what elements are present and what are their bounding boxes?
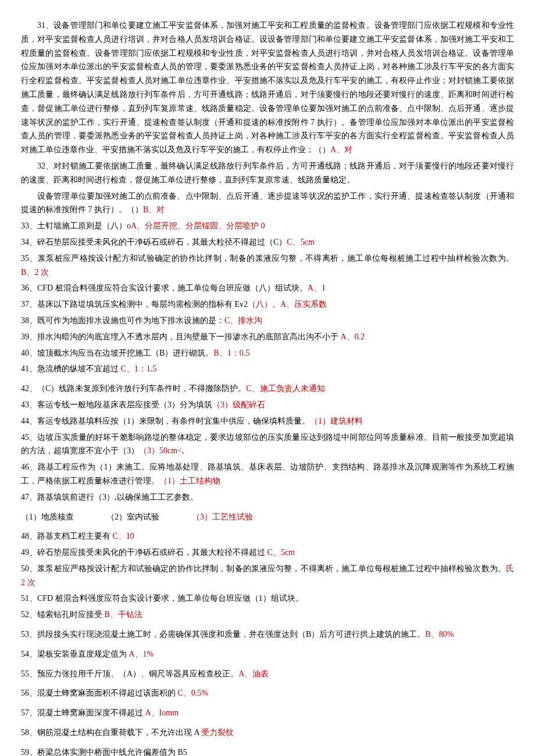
question-35: 35、浆泵桩应严格按设计配方和试验确定的协作比拌制，制备的浆液应匀整，不得离析，… xyxy=(21,252,514,280)
question-32-p1: 32、对封锁施工要依据施工质量，最终确认满足线路放行列车条件后，方可开通线路；线… xyxy=(21,159,514,187)
question-45: 45、边坡压实质量的好坏干脆影响路堤的整体稳定，要求边坡部位的压实质量应达到路堤… xyxy=(21,431,514,458)
question-33: 33、土钉墙施工原则是（八）oA、分层开挖、分层锚固、分层喷护 0 xyxy=(21,219,514,233)
q31-text: 31、设备管理部门和单位要建立施工平安监督体系，加强对施工平安和工程质量的监督检… xyxy=(21,21,514,154)
question-54: 54、梁板安装垂直度规定值为 A、1% xyxy=(21,647,514,661)
q36-answer: A、1 xyxy=(308,284,326,292)
q49-text: 49、碎石垫层应接受未风化的干净砾石或碎石，其最大粒径不得超过 xyxy=(21,548,265,557)
question-40: 40、坡顶截水沟应当在边坡开挖施工（B）进行砌筑。B、1：0.5 xyxy=(21,346,514,360)
question-58: 58、钢筋混凝土结构在自重荷载下，不允许出现 A 受力裂纹 xyxy=(21,726,514,740)
q58-answer: 受力裂纹 xyxy=(199,728,234,737)
q36-text: 36、CFD 桩混合料强度应符合实设计要求，施工单位每台班应做（八）组试块。 xyxy=(21,284,308,292)
q31-answer: A、对 xyxy=(330,145,352,154)
q53-answer: B、80% xyxy=(425,630,454,639)
question-47: 47、路基填筑前进行（3）,以确保施工工艺参数。 xyxy=(21,490,514,504)
q41-answer: C、1：1.5 xyxy=(119,364,156,373)
q42-answer: C、施工负责人未通知 xyxy=(246,384,324,393)
q55-answer: A、油表 xyxy=(238,669,269,678)
q32-p2-text: 设备管理单位要加强对施工的点前准备、点中限制、点后开通、逐步提速等状况的监护工作… xyxy=(21,192,514,214)
q52-answer: B、干钻法 xyxy=(102,610,142,619)
q46-answer: （1）土工结构物 xyxy=(159,476,220,485)
q38-answer: C、排水沟 xyxy=(224,316,262,325)
question-57: 57、混凝土蜂窝麻面深度不得超过 A、Iomm xyxy=(21,706,514,720)
q56-text: 56、混凝土蜂窝麻面面积不得超过该面积的 xyxy=(21,689,176,697)
question-36: 36、CFD 桩混合料强度应符合实设计要求，施工单位每台班应做（八）组试块。A、… xyxy=(21,281,514,295)
q45-answer: （3）50cm<, xyxy=(139,446,184,455)
q54-answer: A、1% xyxy=(127,650,154,658)
q38-text: 38、既可作为地面排水设施也可作为地下排水设施的是： xyxy=(21,316,224,325)
question-39: 39、排水沟暗沟的沟底宜埋入不透水层内，且沟壁最下一排渗水孔的底部宜高出沟不小于… xyxy=(21,330,514,344)
q48-answer: C、10 xyxy=(110,532,134,540)
q34-answer: C、5cm xyxy=(287,238,314,246)
q47-opt1: （1）地质核查 xyxy=(21,513,74,521)
q49-answer: C、5cm xyxy=(265,548,295,557)
q39-answer: A、0.2 xyxy=(338,332,365,341)
question-52: 52、锚索钻孔时应接受 B、干钻法 xyxy=(21,608,514,622)
q39-text: 39、排水沟暗沟的沟底宜埋入不透水层内，且沟壁最下一排渗水孔的底部宜高出沟不小于 xyxy=(21,332,338,341)
q42-text: 42、（C）线路未复原到准许放行列车条件时，不得撤除防护。 xyxy=(21,384,246,393)
q53-text: 53、拱段接头实行现浇混凝土施工时，必需确保其强度和质量，并在强度达到（B）后方… xyxy=(21,630,425,639)
question-50: 50、浆泵桩应严格按设计配方和试验确定的协作比拌制，制备的浆液应匀整，不得离析，… xyxy=(21,562,514,590)
q35-text: 35、浆泵桩应严格按设计配方和试验确定的协作比拌制，制备的浆液应匀整，不得离析，… xyxy=(21,254,514,263)
question-55: 55、预应力张拉用千斤顶、（A）、铜尺等器具应检查校正。A、油表 xyxy=(21,667,514,681)
question-42: 42、（C）线路未复原到准许放行列车条件时，不得撤除防护。C、施工负责人未通知 xyxy=(21,382,514,396)
question-56: 56、混凝土蜂窝麻面面积不得超过该面积的 C、0.5% xyxy=(21,686,514,700)
q40-text: 40、坡顶截水沟应当在边坡开挖施工（B）进行砌筑。 xyxy=(21,349,213,357)
question-43: 43、客运专线一般地段基床表层应接受（3）分为填筑（3）级配碎石 xyxy=(21,398,514,412)
q45-text: 45、边坡压实质量的好坏干脆影响路堤的整体稳定，要求边坡部位的压实质量应达到路堤… xyxy=(21,433,514,456)
q44-answer: （1）建筑材料 xyxy=(310,417,363,425)
question-34: 34、碎石垫层应接受未风化的干净砾石或碎石，其最大粒径不得超过（C）C、5cm xyxy=(21,235,514,249)
q54-text: 54、梁板安装垂直度规定值为 xyxy=(21,650,127,658)
q33-text: 33、土钉墙施工原则是（八）o xyxy=(21,221,131,230)
question-47-options: （1）地质核查（2）室内试验（3）工艺性试验 xyxy=(21,510,514,524)
q46-text: 46、路基工程应作为（1）来施工。应将地基处理、路基填筑、基床表层、边坡防护、支… xyxy=(21,463,514,485)
q58-text: 58、钢筋混凝土结构在自重荷载下，不允许出现 A xyxy=(21,728,199,737)
q34-text: 34、碎石垫层应接受未风化的干净砾石或碎石，其最大粒径不得超过（C） xyxy=(21,238,287,246)
q43-answer: （3）级配碎石 xyxy=(212,400,265,409)
question-53: 53、拱段接头实行现浇混凝土施工时，必需确保其强度和质量，并在强度达到（B）后方… xyxy=(21,628,514,642)
question-41: 41、急流槽的纵坡不宜超过 C、1：1.5 xyxy=(21,362,514,376)
q55-text: 55、预应力张拉用千斤顶、（A）、铜尺等器具应检查校正。 xyxy=(21,669,238,678)
question-51: 51、CFD 桩混合料强度应符合实设计要求，施工单位每台班应做（1）组试块。 xyxy=(21,592,514,605)
q35-answer: B、2 次 xyxy=(21,268,49,277)
question-49: 49、碎石垫层应接受未风化的干净砾石或碎石，其最大粒径不得超过 C、5cm xyxy=(21,546,514,560)
question-59: 59、桥梁总体实测中桥面中线允许偏差值为 B5 xyxy=(21,746,514,756)
q33-answer: A、分层开挖、分层锚固、分层喷护 0 xyxy=(131,221,265,230)
q47-opt3: （3）工艺性试验 xyxy=(192,513,253,521)
q57-answer: A、Iomm xyxy=(143,708,179,717)
q37-text: 37、基床以下路堤填筑压实检测中，每层均需检测的指标有 Ev2 xyxy=(21,300,248,309)
question-44: 44、客运专线路基填料应按（1）来限制，有条件时宜集中供应，确保填料质量。（1）… xyxy=(21,414,514,428)
q44-text: 44、客运专线路基填料应按（1）来限制，有条件时宜集中供应，确保填料质量。 xyxy=(21,417,310,425)
q40-answer: B、1：0.5 xyxy=(213,349,249,357)
q57-text: 57、混凝土蜂窝麻面深度不得超过 xyxy=(21,708,143,717)
q47-opt2: （2）室内试验 xyxy=(106,513,159,521)
question-38: 38、既可作为地面排水设施也可作为地下排水设施的是：C、排水沟 xyxy=(21,314,514,328)
q56-answer: C、0.5% xyxy=(176,689,208,697)
q32-answer: B、对 xyxy=(143,205,165,214)
question-32-p2: 设备管理单位要加强对施工的点前准备、点中限制、点后开通、逐步提速等状况的监护工作… xyxy=(21,189,514,217)
q48-text: 48、路基支档工程主要有 xyxy=(21,532,110,540)
question-37: 37、基床以下路堤填筑压实检测中，每层均需检测的指标有 Ev2（八）。A、压实系… xyxy=(21,298,514,311)
q50-text: 50、浆泵桩应严格按设计配方和试验确定的协作比拌制，制备的浆液应匀整，不得离析，… xyxy=(21,564,506,573)
q41-text: 41、急流槽的纵坡不宜超过 xyxy=(21,364,119,373)
q37-answer: （八）。A、压实系数 xyxy=(248,300,327,309)
question-31: 31、设备管理部门和单位要建立施工平安监督体系，加强对施工平安和工程质量的监督检… xyxy=(21,19,514,157)
question-48: 48、路基支档工程主要有 C、10 xyxy=(21,529,514,543)
question-46: 46、路基工程应作为（1）来施工。应将地基处理、路基填筑、基床表层、边坡防护、支… xyxy=(21,460,514,488)
q43-text: 43、客运专线一般地段基床表层应接受（3）分为填筑 xyxy=(21,400,212,409)
q52-text: 52、锚索钻孔时应接受 xyxy=(21,610,102,619)
